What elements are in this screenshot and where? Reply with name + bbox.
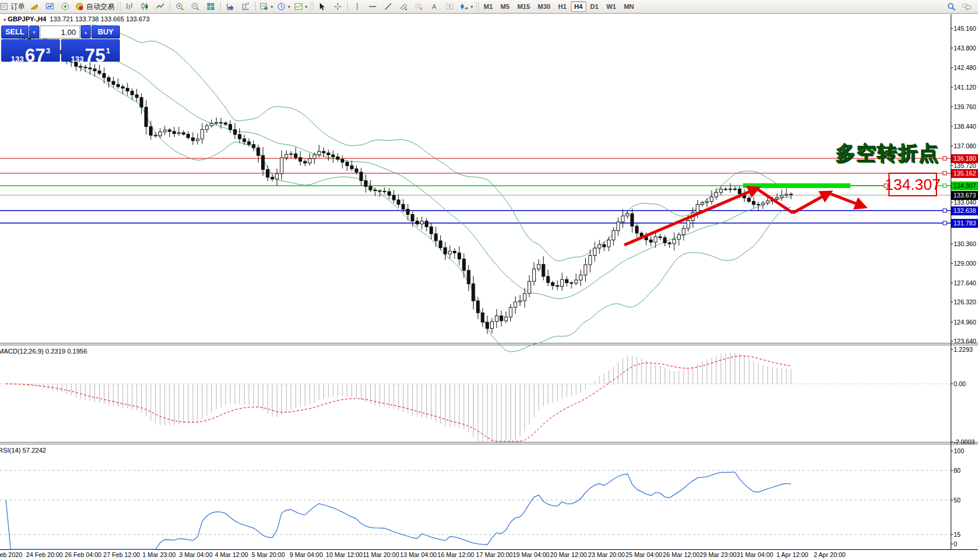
price-label-134.307: 134.307: [951, 182, 978, 190]
resistance-zone-rect[interactable]: [743, 183, 850, 188]
sell-price-figure: 133: [11, 55, 24, 63]
rsi-axis-tick: 80: [954, 467, 961, 475]
buy-button[interactable]: BUY: [91, 26, 120, 39]
price-label-136.180: 136.180: [951, 154, 978, 163]
price-axis-tick: 145.160: [954, 25, 976, 33]
equidistant-channel-button[interactable]: E: [396, 1, 411, 12]
time-axis-label: 17 Mar 20:00: [476, 551, 513, 558]
order-ticket-icon: [0, 2, 9, 11]
tile-windows-button[interactable]: [203, 1, 218, 12]
fibonacci-button[interactable]: F: [411, 1, 427, 12]
dropdown-arrow-icon: ▾: [271, 4, 273, 9]
new-order-button[interactable]: 订单: [0, 1, 27, 12]
fibonacci-icon: F: [414, 2, 424, 11]
price-axis-tick: 127.640: [954, 279, 976, 287]
candlestick-button[interactable]: [137, 1, 153, 12]
timeframe-bar: M1M5M15M30H1H4D1W1MN: [480, 1, 637, 12]
trend-arrow-4[interactable]: [831, 194, 863, 206]
arrows-tool-button[interactable]: ▾: [458, 1, 475, 12]
toolbar-separator: [220, 2, 221, 11]
trendline-icon: [383, 2, 393, 11]
price-axis-tick: 126.320: [954, 298, 976, 306]
channel-icon: E: [399, 2, 408, 11]
auto-trading-button[interactable]: 自动交易: [73, 1, 116, 12]
time-axis-label: 2 Apr 20:00: [814, 551, 846, 558]
amount-decrease-button[interactable]: ▼: [29, 26, 39, 39]
trend-arrow-3[interactable]: [793, 193, 829, 213]
bar-chart-icon: [125, 2, 134, 11]
price-label-133.673: 133.673: [951, 191, 978, 200]
trend-arrow-1[interactable]: [624, 189, 757, 245]
market-watch-button[interactable]: [42, 1, 58, 12]
auto-trading-label: 自动交易: [86, 2, 115, 12]
text-button[interactable]: A: [427, 1, 442, 12]
new-chart-button[interactable]: ▾: [258, 1, 275, 12]
time-axis-label: 16 Mar 12:00: [437, 551, 474, 558]
macd-axis-tick: 1.2293: [954, 346, 973, 354]
macd-axis-tick: 0.00: [954, 380, 966, 388]
time-axis-label: 10 Mar 12:00: [326, 551, 363, 558]
signals-button[interactable]: [58, 1, 73, 12]
chart-title-caret-icon: ▾: [4, 17, 6, 23]
sell-button[interactable]: SELL: [1, 26, 28, 39]
timeframe-d1-button[interactable]: D1: [587, 1, 602, 12]
rsi-axis-tick: 0: [954, 540, 957, 548]
macd-label: MACD(12,26,9) 0.2319 0.1956: [0, 348, 87, 355]
new-order-label: 订单: [11, 2, 25, 12]
toolbar-separator: [347, 2, 348, 11]
text-a-icon: A: [430, 2, 439, 11]
svg-text:F: F: [420, 7, 423, 11]
sell-price-box[interactable]: 133 67 3: [1, 39, 60, 62]
timeframe-m5-button[interactable]: M5: [497, 1, 513, 12]
zoom-out-button[interactable]: [188, 1, 203, 12]
tile-windows-icon: [206, 2, 215, 11]
market-watch-icon: [45, 2, 55, 11]
mt4-window: 订单 自动交易: [0, 0, 978, 560]
chat-button[interactable]: [959, 1, 974, 12]
horizontal-line-button[interactable]: [365, 1, 380, 12]
toolbar-grip: [476, 2, 479, 11]
time-axis-label: 13 Mar 04:00: [400, 551, 437, 558]
macd-axis-tick: -2.0003: [954, 438, 975, 446]
vertical-line-button[interactable]: [350, 1, 365, 12]
text-label-button[interactable]: T: [442, 1, 458, 12]
amount-input[interactable]: 1.00: [40, 26, 80, 39]
time-axis-label: 26 Feb 04:00: [65, 551, 101, 558]
toolbar-grip: [310, 2, 313, 11]
trendline-button[interactable]: [380, 1, 396, 12]
auto-scroll-button[interactable]: [223, 1, 238, 12]
navigator-button[interactable]: [27, 1, 42, 12]
price-annotation-box: 134.307: [888, 173, 937, 196]
buy-price-box[interactable]: 133 75 1: [61, 39, 120, 62]
amount-increase-button[interactable]: ▲: [81, 26, 91, 39]
search-button[interactable]: [944, 1, 959, 12]
sell-price-point: 3: [46, 46, 50, 55]
dropdown-arrow-icon: ▾: [288, 4, 290, 9]
timeframe-h4-button[interactable]: H4: [571, 1, 586, 12]
cursor-button[interactable]: [315, 1, 330, 12]
chart-shift-button[interactable]: [238, 1, 253, 12]
timeframe-h1-button[interactable]: H1: [554, 1, 570, 12]
timeframe-m30-button[interactable]: M30: [534, 1, 554, 12]
periods-button[interactable]: ▾: [275, 1, 292, 12]
chart-canvas: [0, 0, 978, 560]
text-label-icon: T: [445, 2, 455, 11]
time-axis-label: 21 Feb 2020: [0, 551, 22, 558]
time-axis-label: 19 Mar 04:00: [513, 551, 550, 558]
crosshair-button[interactable]: [330, 1, 345, 12]
chart-symbol: GBPJPY-,H4: [8, 15, 46, 23]
templates-button[interactable]: ▾: [292, 1, 309, 12]
time-axis-label: 27 Feb 12:00: [103, 551, 140, 558]
timeframe-m15-button[interactable]: M15: [514, 1, 534, 12]
line-chart-button[interactable]: [153, 1, 168, 12]
new-chart-icon: [259, 2, 269, 11]
timeframe-m1-button[interactable]: M1: [480, 1, 496, 12]
price-axis-tick: 129.000: [954, 260, 976, 268]
zoom-in-button[interactable]: [172, 1, 188, 12]
timeframe-mn-button[interactable]: MN: [620, 1, 637, 12]
timeframe-w1-button[interactable]: W1: [603, 1, 620, 12]
price-axis-tick: 143.800: [954, 44, 976, 52]
time-axis-label: 9 Mar 04:00: [290, 551, 323, 558]
trend-arrow-2[interactable]: [757, 189, 793, 213]
bar-chart-button[interactable]: [122, 1, 137, 12]
